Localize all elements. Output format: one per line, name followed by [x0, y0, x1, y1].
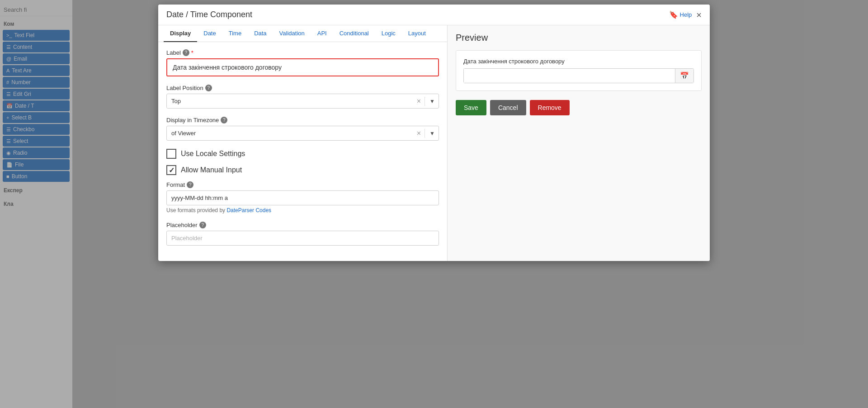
required-marker: *: [191, 49, 193, 56]
preview-area: Дата закінчення строкового договору 📅: [456, 50, 702, 91]
help-icon: 🔖: [669, 10, 678, 19]
tab-api[interactable]: API: [311, 25, 333, 42]
label-input[interactable]: [168, 60, 437, 75]
label-position-help-icon[interactable]: ?: [205, 85, 212, 91]
label-position-value: Top: [167, 94, 414, 108]
dateparser-link[interactable]: DateParser Codes: [226, 207, 271, 213]
calendar-icon: 📅: [680, 72, 689, 80]
allow-manual-label: Allow Manual Input: [181, 166, 242, 174]
tab-bar: Display Date Time Data Validation API Co…: [158, 25, 447, 42]
format-group: Format ? Use formats provided by DatePar…: [166, 181, 439, 213]
timezone-arrow[interactable]: ▼: [426, 130, 439, 137]
remove-button[interactable]: Remove: [530, 100, 570, 115]
timezone-value: of Viewer: [167, 126, 414, 140]
format-input[interactable]: [166, 190, 439, 205]
datetime-component-modal: Date / Time Component 🔖 Help × Display D…: [158, 5, 710, 261]
timezone-group: Display in Timezone ? of Viewer × ▼: [166, 117, 439, 141]
label-help-icon[interactable]: ?: [183, 49, 189, 56]
tab-validation[interactable]: Validation: [273, 25, 311, 42]
select-divider-1: [425, 97, 425, 106]
use-locale-checkbox[interactable]: [166, 149, 176, 159]
save-button[interactable]: Save: [456, 100, 486, 115]
right-panel: Preview Дата закінчення строкового догов…: [448, 25, 710, 261]
tab-display[interactable]: Display: [164, 25, 197, 42]
preview-input-wrapper: 📅: [463, 68, 694, 83]
tab-logic[interactable]: Logic: [375, 25, 402, 42]
format-hint: Use formats provided by DateParser Codes: [166, 207, 439, 213]
placeholder-label: Placeholder ?: [166, 222, 439, 228]
help-link[interactable]: 🔖 Help: [669, 10, 692, 19]
modal-backdrop: Date / Time Component 🔖 Help × Display D…: [0, 0, 868, 408]
timezone-label: Display in Timezone ?: [166, 117, 439, 123]
preview-field-label: Дата закінчення строкового договору: [463, 58, 694, 65]
close-button[interactable]: ×: [696, 10, 702, 19]
label-position-label: Label Position ?: [166, 85, 439, 91]
label-position-group: Label Position ? Top × ▼: [166, 85, 439, 109]
action-buttons: Save Cancel Remove: [456, 100, 702, 115]
modal-header-right: 🔖 Help ×: [669, 10, 702, 19]
timezone-select[interactable]: of Viewer × ▼: [166, 126, 439, 141]
tab-date[interactable]: Date: [197, 25, 222, 42]
label-position-arrow[interactable]: ▼: [426, 98, 439, 104]
preview-date-input[interactable]: [464, 69, 675, 83]
label-field-label: Label ? *: [166, 49, 439, 56]
label-form-group: Label ? *: [166, 49, 439, 76]
preview-title: Preview: [456, 33, 702, 43]
modal-title: Date / Time Component: [166, 10, 252, 19]
preview-calendar-button[interactable]: 📅: [675, 69, 693, 83]
tab-data[interactable]: Data: [248, 25, 273, 42]
label-position-select[interactable]: Top × ▼: [166, 94, 439, 109]
label-position-clear[interactable]: ×: [414, 97, 424, 105]
placeholder-input[interactable]: [166, 231, 439, 246]
use-locale-label: Use Locale Settings: [181, 150, 245, 158]
left-panel: Display Date Time Data Validation API Co…: [158, 25, 448, 261]
format-label: Format ?: [166, 181, 439, 188]
form-content: Label ? * Label Position ?: [158, 42, 447, 261]
placeholder-help-icon[interactable]: ?: [199, 222, 206, 228]
select-divider-2: [425, 129, 425, 138]
tab-time[interactable]: Time: [222, 25, 248, 42]
allow-manual-checkbox[interactable]: [166, 165, 176, 175]
label-input-wrapper: [166, 58, 439, 76]
format-help-icon[interactable]: ?: [187, 181, 193, 188]
cancel-button[interactable]: Cancel: [490, 100, 526, 115]
timezone-clear[interactable]: ×: [414, 129, 424, 138]
tab-layout[interactable]: Layout: [402, 25, 432, 42]
modal-header: Date / Time Component 🔖 Help ×: [158, 5, 710, 25]
tab-conditional[interactable]: Conditional: [333, 25, 375, 42]
modal-body: Display Date Time Data Validation API Co…: [158, 25, 710, 261]
timezone-help-icon[interactable]: ?: [221, 117, 227, 123]
allow-manual-group: Allow Manual Input: [166, 165, 439, 175]
placeholder-group: Placeholder ?: [166, 222, 439, 246]
use-locale-group: Use Locale Settings: [166, 149, 439, 159]
